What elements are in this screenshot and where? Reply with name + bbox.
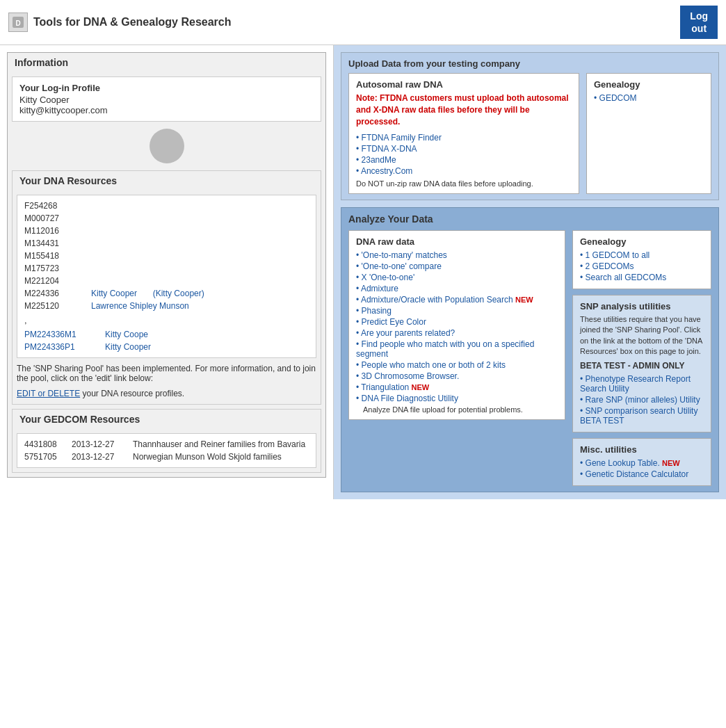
- new-badge: NEW: [662, 459, 680, 467]
- dna-resources-section: Your DNA Resources F254268 M000727 M1120…: [12, 170, 321, 405]
- gedcom-row: 5751705 2013-12-27 Norwegian Munson Wold…: [24, 451, 309, 463]
- right-panel: Upload Data from your testing company Au…: [334, 45, 726, 499]
- analyze-right: Genealogy 1 GEDCOM to all 2 GEDCOMs Sear…: [572, 230, 711, 487]
- genetic-distance-link[interactable]: Genetic Distance Calculator: [580, 469, 704, 480]
- dna-id: M175723: [24, 264, 80, 273]
- genealogy-analyze-title: Genealogy: [580, 236, 704, 247]
- profile-email: kitty@kittycooper.com: [19, 105, 314, 115]
- pm-name[interactable]: Kitty Coope: [105, 330, 148, 339]
- analyze-inner: DNA raw data 'One-to-many' matches 'One-…: [348, 230, 711, 487]
- gedcom-date: 2013-12-27: [72, 452, 127, 462]
- one-gedcom-all-link[interactable]: 1 GEDCOM to all: [580, 250, 704, 261]
- people-match-two-kits-link[interactable]: People who match one or both of 2 kits: [356, 359, 558, 371]
- avatar: [150, 129, 184, 163]
- ftdna-family-finder-link[interactable]: FTDNA Family Finder: [356, 132, 572, 143]
- triangulation-link[interactable]: Triangulation NEW: [356, 382, 558, 393]
- admixture-oracle-link[interactable]: Admixture/Oracle with Population Search …: [356, 294, 558, 305]
- gedcom-id: 5751705: [24, 452, 66, 462]
- parents-related-link[interactable]: Are your parents related?: [356, 327, 558, 339]
- left-panel: Information Your Log-in Profile Kitty Co…: [0, 45, 334, 499]
- gedcom-section: Your GEDCOM Resources 4431808 2013-12-27…: [12, 409, 321, 473]
- gedcom-row: 4431808 2013-12-27 Thannhauser and Reine…: [24, 438, 309, 451]
- upload-genealogy-title: Genealogy: [594, 79, 704, 90]
- profile-box: Your Log-in Profile Kitty Cooper kitty@k…: [12, 76, 321, 122]
- dna-raw-box: DNA raw data 'One-to-many' matches 'One-…: [348, 230, 565, 420]
- ftdna-xdna-link[interactable]: FTDNA X-DNA: [356, 143, 572, 154]
- upload-section: Upload Data from your testing company Au…: [341, 52, 719, 200]
- dna-name[interactable]: Kitty Cooper: [91, 289, 137, 298]
- profile-title: Your Log-in Profile: [19, 83, 314, 93]
- search-all-gedcoms-link[interactable]: Search all GEDCOMs: [580, 272, 704, 283]
- dna-id: M224336: [24, 289, 80, 298]
- dna-row: M221204: [24, 275, 309, 287]
- 3d-chromosome-link[interactable]: 3D Chromosome Browser.: [356, 371, 558, 382]
- beta-label: BETA TEST - ADMIN ONLY: [580, 361, 704, 371]
- dna-file-diagnostic-link[interactable]: DNA File Diagnostic Utility: [356, 393, 558, 404]
- edit-delete-link[interactable]: EDIT or DELETE: [17, 389, 80, 398]
- dna-resources-title: Your DNA Resources: [13, 171, 321, 191]
- dna-row: M155418: [24, 250, 309, 262]
- two-gedcoms-link[interactable]: 2 GEDCOMs: [580, 261, 704, 272]
- dna-id: F254268: [24, 201, 80, 211]
- ancestry-com-link[interactable]: Ancestry.Com: [356, 165, 572, 177]
- 23andme-link[interactable]: 23andMe: [356, 154, 572, 165]
- find-people-match-link[interactable]: Find people who match with you on a spec…: [356, 339, 558, 359]
- admixture-link[interactable]: Admixture: [356, 283, 558, 294]
- dna-id: M134431: [24, 238, 80, 248]
- pm-name[interactable]: Kitty Cooper: [105, 342, 151, 352]
- new-badge: NEW: [412, 383, 430, 391]
- predict-eye-color-link[interactable]: Predict Eye Color: [356, 316, 558, 327]
- gedcom-id: 4431808: [24, 439, 66, 449]
- analyze-section: Analyze Your Data DNA raw data 'One-to-m…: [341, 207, 719, 493]
- header: D Tools for DNA & Genealogy Research Log…: [0, 0, 726, 45]
- snp-info-content: The 'SNP Sharing Pool' has been implemen…: [17, 364, 316, 383]
- dna-row: M175723: [24, 262, 309, 275]
- dna-row: F254268: [24, 200, 309, 212]
- upload-genealogy-box: Genealogy GEDCOM: [586, 73, 711, 193]
- phenotype-research-link[interactable]: Phenotype Research Report Search Utility: [580, 373, 704, 394]
- main-layout: Information Your Log-in Profile Kitty Co…: [0, 45, 726, 499]
- one-to-many-link[interactable]: 'One-to-many' matches: [356, 250, 558, 261]
- gedcom-link[interactable]: GEDCOM: [594, 92, 704, 104]
- header-title-area: D Tools for DNA & Genealogy Research: [8, 13, 232, 32]
- snp-analysis-title: SNP analysis utilities: [580, 301, 704, 312]
- gedcom-name: Thannhauser and Reiner families from Bav…: [133, 439, 305, 449]
- logout-button[interactable]: Log out: [680, 6, 718, 39]
- profile-name: Kitty Cooper: [19, 95, 314, 105]
- rare-snp-link[interactable]: Rare SNP (minor alleles) Utility: [580, 394, 704, 405]
- gedcom-name: Norwegian Munson Wold Skjold families: [133, 452, 282, 462]
- dna-id: M155418: [24, 251, 80, 261]
- gedcom-date: 2013-12-27: [72, 439, 127, 449]
- dna-id: M221204: [24, 276, 80, 286]
- dna-file-note: Analyze DNA file upload for potential pr…: [363, 405, 558, 414]
- dna-name-paren: (Kitty Cooper): [148, 289, 204, 298]
- dna-resources-box: F254268 M000727 M112016 M134431 M155418: [17, 195, 316, 358]
- dna-id: M112016: [24, 226, 80, 236]
- genealogy-analyze-box: Genealogy 1 GEDCOM to all 2 GEDCOMs Sear…: [572, 230, 711, 289]
- edit-link-area: EDIT or DELETE your DNA resource profile…: [17, 389, 316, 398]
- one-to-one-link[interactable]: 'One-to-one' compare: [356, 261, 558, 272]
- pm-id[interactable]: PM224336P1: [24, 342, 94, 352]
- dna-row: M225120 Lawrence Shipley Munson: [24, 300, 309, 312]
- dna-row: M112016: [24, 225, 309, 237]
- x-one-to-one-link[interactable]: X 'One-to-one': [356, 272, 558, 283]
- snp-analysis-box: SNP analysis utilities These utilities r…: [572, 295, 711, 433]
- upload-title: Upload Data from your testing company: [348, 58, 711, 69]
- misc-title: Misc. utilities: [580, 444, 704, 455]
- snp-comparison-link[interactable]: SNP comparison search Utility BETA TEST: [580, 405, 704, 426]
- info-section: Information Your Log-in Profile Kitty Co…: [7, 52, 326, 478]
- phasing-link[interactable]: Phasing: [356, 305, 558, 316]
- snp-info-text: The 'SNP Sharing Pool' has been implemen…: [17, 364, 316, 383]
- dna-name[interactable]: Lawrence Shipley Munson: [91, 301, 189, 311]
- pm-id[interactable]: PM224336M1: [24, 330, 94, 339]
- autosomal-title: Autosomal raw DNA: [356, 79, 572, 90]
- snp-analysis-note: These utilities require that you have jo…: [580, 314, 704, 357]
- gedcom-title: Your GEDCOM Resources: [13, 410, 321, 429]
- dna-id: M000727: [24, 213, 80, 223]
- gene-lookup-link[interactable]: Gene Lookup Table. NEW: [580, 458, 704, 469]
- autosomal-box: Autosomal raw DNA Note: FTDNA customers …: [348, 73, 579, 193]
- autosomal-note: Note: FTDNA customers must upload both a…: [356, 92, 572, 127]
- pm-row: PM224336M1 Kitty Coope: [24, 328, 309, 341]
- dna-row: M000727: [24, 212, 309, 225]
- pm-row: PM224336P1 Kitty Cooper: [24, 341, 309, 353]
